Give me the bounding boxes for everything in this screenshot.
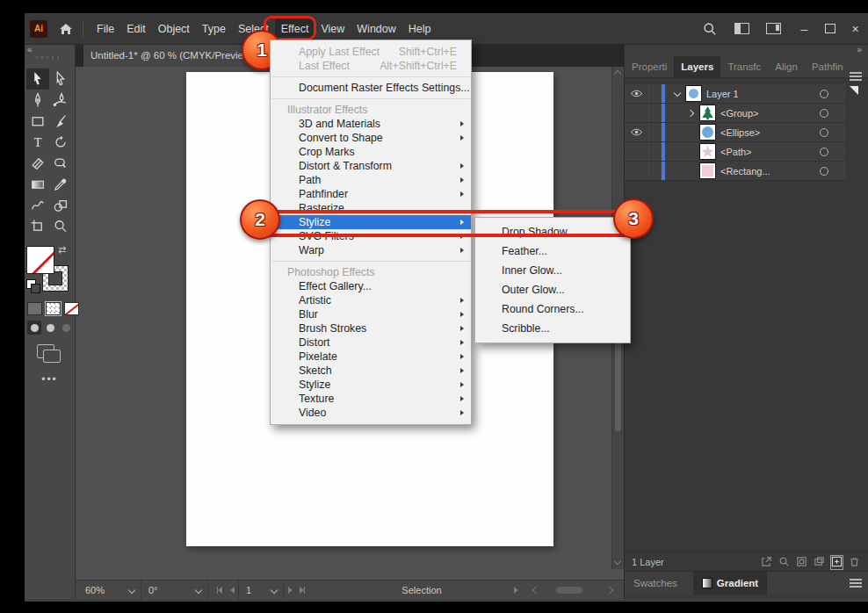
rotation-select[interactable]: 0° [141,581,208,600]
layer-name[interactable]: <Ellipse> [720,127,760,138]
lock-toggle[interactable] [649,84,662,103]
workspace-switcher-icon[interactable] [728,18,755,40]
layer-row[interactable]: <Rectang... [625,162,846,181]
effect-menu-item[interactable]: Photoshop Effects [271,265,471,279]
menubar-item[interactable]: Type [196,18,232,40]
expand-panel-icon[interactable]: » [857,45,862,54]
status-expand-icon[interactable] [514,587,518,594]
tab-swatches[interactable]: Swatches [625,578,686,588]
default-fill-stroke-icon[interactable] [26,279,36,289]
layer-name[interactable]: <Rectang... [720,166,770,177]
stylize-submenu-item[interactable]: Scribble... [475,319,630,338]
layer-target-circle[interactable] [820,167,828,176]
panel-tab[interactable]: Layers [674,56,720,77]
shaper-tool[interactable] [26,195,49,216]
lock-toggle[interactable] [649,162,662,180]
effect-menu-item[interactable]: Artistic [271,293,471,307]
stylize-submenu-item[interactable]: Outer Glow... [475,280,630,299]
last-artboard-button[interactable] [296,587,308,594]
draw-behind-mode-button[interactable] [43,321,57,335]
tab-gradient[interactable]: Gradient [693,572,767,595]
layer-name[interactable]: <Path> [720,147,751,157]
effect-menu-item[interactable] [271,98,470,99]
layer-thumbnail[interactable] [700,105,715,120]
effect-menu-item[interactable]: Texture [271,392,471,406]
new-layer-button[interactable] [831,556,843,569]
expand-chevron-icon[interactable] [686,146,698,158]
effect-menu-item[interactable]: SVG Filters [271,229,471,243]
effect-menu-item[interactable]: Document Raster Effects Settings... [271,81,471,95]
scroll-up-icon[interactable] [614,70,621,77]
effect-menu-item[interactable]: Effect Gallery... [271,279,471,293]
menubar-item[interactable]: Help [402,18,438,40]
layer-thumbnail[interactable] [700,125,715,140]
visibility-toggle[interactable] [625,123,649,141]
menubar-item[interactable]: Window [351,18,401,40]
layer-name[interactable]: <Group> [720,108,758,119]
rectangle-tool[interactable] [26,111,49,132]
layer-row[interactable]: <Group> [625,104,846,123]
effect-menu-item[interactable]: Warp [271,243,471,257]
effect-menu-item[interactable]: Video [271,406,471,420]
panel-tab[interactable]: Transfc [720,56,768,77]
effect-menu-item[interactable] [271,261,470,262]
gradient-tool[interactable] [26,174,49,195]
maximize-button[interactable] [817,18,843,40]
paintbrush-tool[interactable] [49,111,72,132]
effect-menu-item[interactable]: Illustrator Effects [271,103,471,117]
effect-menu-item[interactable]: Sketch [271,364,471,378]
expand-chevron-icon[interactable] [686,165,698,177]
locate-object-icon[interactable] [778,556,790,569]
lock-toggle[interactable] [649,142,662,161]
minimize-button[interactable]: – [792,18,817,40]
lock-toggle[interactable] [649,104,662,122]
first-artboard-button[interactable] [213,587,226,594]
color-button[interactable] [27,302,42,315]
panel-tab[interactable]: Properti [625,56,674,77]
layer-target-circle[interactable] [820,148,828,156]
stylize-submenu-item[interactable]: Drop Shadow... [475,222,630,242]
selection-tool[interactable] [26,69,49,90]
edit-toolbar-ellipsis-icon[interactable]: ••• [25,373,75,386]
panel-tab[interactable]: Pathfin [805,56,850,77]
expand-chevron-icon[interactable] [686,126,698,139]
artboard-number-field[interactable]: 1 [238,581,284,600]
gradient-button[interactable] [46,302,61,315]
visibility-toggle[interactable] [625,104,649,122]
effect-menu-item[interactable]: Pixelate [271,350,471,364]
make-mask-icon[interactable] [796,556,807,569]
panel-menu-icon[interactable] [850,582,862,584]
visibility-toggle[interactable] [625,162,649,180]
effect-menu-item[interactable]: Distort [271,335,471,350]
close-button[interactable]: × [843,18,868,40]
curvature-tool[interactable] [49,90,72,111]
effect-menu-item[interactable]: Stylize [271,378,471,392]
collapse-panel-icon[interactable]: « [27,45,33,54]
effect-menu-item[interactable]: Pathfinder [271,187,471,201]
menubar-item[interactable]: Effect [275,18,315,40]
type-tool[interactable]: T [26,132,49,153]
layer-row[interactable]: Layer 1 [625,84,846,104]
panel-menu-icon[interactable] [850,76,862,77]
menubar-item[interactable]: File [90,18,120,40]
effect-menu-item[interactable]: 3D and Materials [271,117,471,131]
layer-name[interactable]: Layer 1 [706,89,739,99]
effect-menu-item[interactable]: Distort & Transform [271,159,471,173]
scroll-down-icon[interactable] [614,558,621,565]
status-display[interactable]: Selection [365,581,479,600]
panel-tab[interactable]: Align [768,56,805,77]
artboard-tool[interactable] [26,216,49,237]
pen-tool[interactable] [26,90,49,111]
zoom-tool[interactable] [49,216,72,237]
change-screen-mode-icon[interactable] [37,344,54,358]
stylize-submenu-item[interactable]: Round Corners... [475,299,630,319]
zoom-level-select[interactable]: 60% [78,581,141,600]
scroll-left-icon[interactable] [532,587,539,594]
layer-thumbnail[interactable] [686,86,701,101]
delete-layer-icon[interactable] [849,556,860,569]
lock-toggle[interactable] [649,123,662,141]
expand-chevron-icon[interactable] [672,88,684,100]
home-icon[interactable] [54,18,77,40]
visibility-toggle[interactable] [625,84,649,103]
lasso-tool[interactable] [49,153,72,174]
